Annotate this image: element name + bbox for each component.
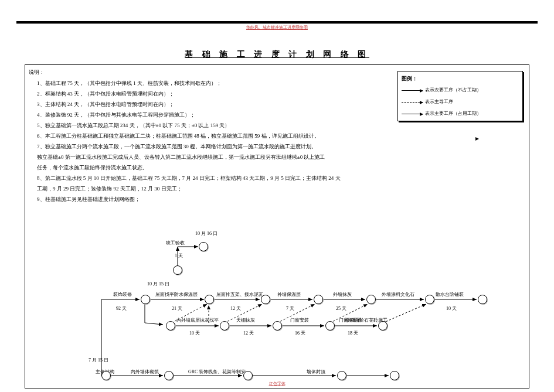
arrow-icon xyxy=(402,90,423,91)
diagram-node xyxy=(261,295,270,304)
legend-row-dashed: 表示主导工序 xyxy=(402,97,519,107)
note-line: 3、主体结构 24 天，（其中包括水电暗管预埋时间在内）； xyxy=(37,99,389,110)
note-line: 6、本工程施工分柱基础施工和独立基础施工二块；柱基础施工范围 48 榀，独立基础… xyxy=(37,131,389,141)
top-rule-heavy xyxy=(16,21,538,23)
diagram-node xyxy=(101,371,111,380)
legend-label: 表示主导工序 xyxy=(425,97,453,107)
explain-label: 说明： xyxy=(29,69,45,76)
date-label: 10 月 15 日 xyxy=(147,281,169,287)
date-label: 7 月 15 日 xyxy=(89,357,108,363)
diagram-node xyxy=(205,295,214,304)
content-frame: 说明： 1、基础工程 75 天，（其中包括分中弹线 1 天、柱筋安装，和技术间歇… xyxy=(25,64,529,388)
note-line: 5、独立基础第一流水施工段总工期 234 天，（其中±0 以下 75 天；±0 … xyxy=(37,120,389,131)
diagram-node xyxy=(325,321,335,330)
activity-label: 外墙涂料文化石 xyxy=(382,291,414,298)
duration-label: 92 天 xyxy=(116,305,127,312)
diagram-node xyxy=(166,321,175,330)
note-line: 工期，9 月 29 日完工；装修装饰 92 天工期，12 月 30 日完工； xyxy=(37,183,389,194)
note-line: 7、独立基础施工分两个流水施工段，一个施工流水段施工范围 30 榀。本网络计划面… xyxy=(37,141,389,152)
activity-label: 外墙抹灰 xyxy=(333,291,352,298)
note-line: 任务，每个流水施工段始终保持流水施工状态。 xyxy=(37,162,389,173)
diagram-node xyxy=(390,371,399,380)
diagram-node xyxy=(366,295,376,304)
diagram-node xyxy=(141,295,150,304)
duration-label: 12 天 xyxy=(230,305,241,312)
diagram-node xyxy=(199,242,208,251)
legend-label: 表示次要工序（不占工期） xyxy=(425,86,481,95)
legend-box: 图例： 表示次要工序（不占工期） 表示主导工序 表示主要工序（占用工期） xyxy=(397,71,523,121)
activity-label: 天棚抹灰 xyxy=(236,317,255,323)
diagram-node xyxy=(314,295,323,304)
duration-label: 10 天 xyxy=(446,305,457,312)
dashed-arrow-icon xyxy=(402,102,423,103)
note-line: 1、基础工程 75 天，（其中包括分中弹线 1 天、柱筋安装，和技术间歇在内）； xyxy=(37,78,389,88)
legend-label: 表示主要工序（占用工期） xyxy=(425,109,481,118)
activity-label: 楼梯面阶石花砖施工 xyxy=(345,317,388,323)
note-line: 独立基础±0 第一施工流水段施工完成后人员、设备转入第二施工流水段继续施工，第一… xyxy=(37,152,389,162)
diagram-node xyxy=(243,371,253,380)
activity-label: 内外墙底层抹灰找平 xyxy=(176,317,219,323)
diagram-node xyxy=(425,295,434,304)
diagram-node xyxy=(478,295,487,304)
note-line: 4、装修装饰 92 天，（其中包括与其他水电等工程同步穿插施工）； xyxy=(37,110,389,120)
duration-label: 1 天 xyxy=(175,253,183,259)
activity-label: 屋面排五架、接水泥瓦 xyxy=(216,291,263,298)
diagram-node xyxy=(164,371,174,380)
note-line: 8、第二施工流水段 5 月 10 日开始施工，基础工程 75 天工期，7 月 2… xyxy=(37,173,389,183)
diagram-node xyxy=(337,371,346,380)
duration-label: 16 天 xyxy=(295,330,305,336)
duration-label: 10 天 xyxy=(189,330,200,336)
notes-block: 1、基础工程 75 天，（其中包括分中弹线 1 天、柱筋安装，和技术间歇在内）；… xyxy=(37,78,389,204)
activity-label: 装饰装修 xyxy=(113,291,132,298)
duration-label: 21 天 xyxy=(172,305,182,312)
activity-label: 门窗安装 xyxy=(290,317,309,323)
diagram-node xyxy=(273,321,282,330)
legend-row-secondary: 表示次要工序（不占工期） xyxy=(402,86,519,95)
arrow-icon xyxy=(402,114,423,114)
duration-label: 12 天 xyxy=(243,330,254,336)
activity-label: 竣工验收 xyxy=(166,240,185,246)
duration-label: 25 天 xyxy=(336,305,346,312)
page-title: 基 础 施 工 进 度 计 划 网 络 图 xyxy=(185,49,369,60)
svg-line-18 xyxy=(383,304,426,323)
page: 华能风、城市标准施工进度网络图 基 础 施 工 进 度 计 划 网 络 图 说明… xyxy=(0,0,554,392)
duration-label: 7 天 xyxy=(286,305,294,312)
note-line: 9、柱基础施工另见柱基础进度计划网络图； xyxy=(37,194,389,204)
activity-label: 屋面找平防水保温层 xyxy=(155,291,198,298)
header-note: 华能风、城市标准施工进度网络图 xyxy=(246,25,308,30)
svg-line-25 xyxy=(145,323,163,325)
network-diagram: 10 月 16 日 竣工验收 1 天 10 月 15 日 装饰装修 92 天 屋… xyxy=(25,229,529,388)
activity-label: 补墙保温层 xyxy=(277,291,301,298)
diagram-node xyxy=(220,321,229,330)
duration-label: 18 天 xyxy=(348,330,358,336)
legend-row-primary: 表示主要工序（占用工期） xyxy=(402,109,519,118)
legend-title: 图例： xyxy=(402,74,519,83)
footer-note: 红色字体 xyxy=(269,381,286,387)
top-rule-thin xyxy=(16,23,538,24)
note-line: 2、框架结构 43 天，（其中包括水电暗管预埋时间在内）； xyxy=(37,88,389,99)
activity-label: 散水台阶铺装 xyxy=(436,291,464,298)
activity-label: 墙体封顶 xyxy=(307,369,325,375)
activity-label: 内外墙体砌筑 xyxy=(131,369,159,375)
activity-label: GRC 装饰线条、花架等制安 xyxy=(188,369,246,375)
diagram-node xyxy=(173,265,182,275)
date-label: 10 月 16 日 xyxy=(195,230,217,237)
